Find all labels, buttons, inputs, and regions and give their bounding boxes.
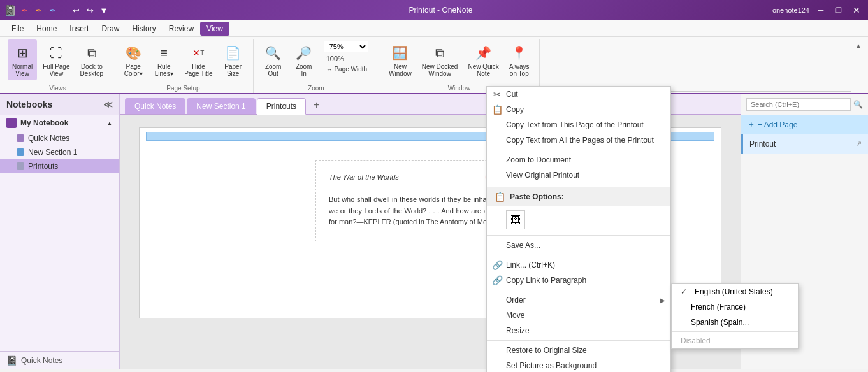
tab-printouts[interactable]: Printouts bbox=[257, 98, 306, 115]
more-tools-icon[interactable]: ▼ bbox=[99, 5, 109, 15]
lang-french[interactable]: French (France) bbox=[672, 299, 798, 315]
ribbon-btn-page-color[interactable]: 🎨 PageColor▾ bbox=[119, 39, 148, 80]
search-input[interactable] bbox=[746, 98, 851, 111]
ribbon-btn-zoom-in[interactable]: 🔎 ZoomIn bbox=[289, 39, 319, 80]
pen-blue-icon[interactable]: ✒ bbox=[47, 5, 57, 15]
cm-link[interactable]: 🔗 Link... (Ctrl+K) bbox=[487, 257, 670, 273]
user-name: onenote124 bbox=[772, 6, 809, 14]
ribbon-group-page-setup: 🎨 PageColor▾ ≡ RuleLines▾ ✕T HidePage Ti… bbox=[113, 39, 253, 93]
section-dot-quick-notes bbox=[17, 134, 24, 142]
ribbon-btn-hide-page-title[interactable]: ✕T HidePage Title bbox=[180, 39, 217, 80]
ribbon-group-views: ⊞ NormalView ⛶ Full PageView ⧉ Dock toDe… bbox=[3, 39, 113, 93]
lang-spanish[interactable]: Spanish (Spain... bbox=[672, 315, 798, 330]
page-list-item-printout[interactable]: ↗ Printout bbox=[741, 134, 868, 154]
menu-draw[interactable]: Draw bbox=[95, 22, 126, 36]
cm-link-label: Link... (Ctrl+K) bbox=[506, 261, 555, 269]
cm-sep-4 bbox=[487, 255, 670, 255]
minimize-button[interactable]: ─ bbox=[814, 4, 827, 17]
tab-add-button[interactable]: + bbox=[307, 96, 326, 114]
notebook-my-notebook[interactable]: My Notebook ▲ bbox=[0, 115, 119, 131]
ribbon-btn-full-page[interactable]: ⛶ Full PageView bbox=[38, 39, 74, 80]
ribbon-btn-normal-view-label: NormalView bbox=[12, 63, 33, 77]
sidebar-expand-icon[interactable]: ≪ bbox=[103, 99, 113, 110]
ribbon: ⊞ NormalView ⛶ Full PageView ⧉ Dock toDe… bbox=[0, 37, 868, 94]
zoom-100-label[interactable]: 100% bbox=[324, 54, 370, 63]
cm-copy[interactable]: 📋 Copy bbox=[487, 102, 670, 117]
cm-resize[interactable]: Resize bbox=[487, 323, 670, 338]
ribbon-btn-zoom-out[interactable]: 🔍 ZoomOut bbox=[259, 39, 288, 80]
page-expand-icon[interactable]: ↗ bbox=[856, 140, 862, 148]
lang-disabled[interactable]: Disabled bbox=[672, 333, 798, 348]
ribbon-btn-dock-desktop[interactable]: ⧉ Dock toDesktop bbox=[75, 39, 108, 80]
lang-spanish-label: Spanish (Spain... bbox=[691, 318, 749, 327]
ribbon-btn-new-quick-note[interactable]: 📌 New QuickNote bbox=[463, 39, 503, 80]
ribbon-btn-new-window[interactable]: 🪟 NewWindow bbox=[384, 39, 416, 80]
ribbon-btn-new-docked-label: New DockedWindow bbox=[422, 63, 458, 77]
undo-icon[interactable]: ↩ bbox=[71, 5, 81, 15]
ribbon-btn-always-on-top[interactable]: 📍 Alwayson Top bbox=[505, 39, 534, 80]
ribbon-group-zoom: 🔍 ZoomOut 🔎 ZoomIn 75% 100% 150% 100% ↔ … bbox=[254, 39, 379, 93]
zoom-select[interactable]: 75% 100% 150% bbox=[324, 41, 368, 52]
language-submenu: English (United States) French (France) … bbox=[671, 283, 799, 349]
menu-file[interactable]: File bbox=[5, 22, 30, 36]
cm-copy-link[interactable]: 🔗 Copy Link to Paragraph bbox=[487, 273, 670, 288]
cm-copy-text-page[interactable]: Copy Text from This Page of the Printout bbox=[487, 117, 670, 132]
cm-order[interactable]: Order bbox=[487, 292, 670, 308]
restore-button[interactable]: ❐ bbox=[832, 4, 845, 17]
section-printouts[interactable]: Printouts bbox=[0, 159, 119, 173]
title-bar-right: onenote124 ─ ❐ ✕ bbox=[772, 4, 863, 17]
cm-copy-text-all[interactable]: Copy Text from All the Pages of the Prin… bbox=[487, 132, 670, 148]
redo-icon[interactable]: ↪ bbox=[85, 5, 95, 15]
section-quick-notes[interactable]: Quick Notes bbox=[0, 131, 119, 145]
lang-english[interactable]: English (United States) bbox=[672, 284, 798, 299]
add-page-button[interactable]: ＋ + Add Page bbox=[741, 115, 868, 134]
pen-red-icon[interactable]: ✒ bbox=[19, 5, 29, 15]
new-quick-note-icon: 📌 bbox=[474, 43, 494, 63]
ribbon-btn-new-docked[interactable]: ⧉ New DockedWindow bbox=[417, 39, 463, 80]
section-printouts-label: Printouts bbox=[28, 162, 58, 171]
cm-move[interactable]: Move bbox=[487, 308, 670, 323]
cm-set-bg[interactable]: Set Picture as Background bbox=[487, 358, 670, 372]
cm-zoom-doc[interactable]: Zoom to Document bbox=[487, 152, 670, 168]
paste-icon-image[interactable]: 🖼 bbox=[506, 210, 525, 229]
cm-view-original[interactable]: View Original Printout bbox=[487, 168, 670, 183]
cm-zoom-doc-label: Zoom to Document bbox=[506, 155, 571, 164]
notebook-collapse-icon[interactable]: ▲ bbox=[106, 120, 113, 127]
tab-new-section-1[interactable]: New Section 1 bbox=[187, 98, 255, 114]
menu-view[interactable]: View bbox=[200, 22, 229, 36]
pen-orange-icon[interactable]: ✒ bbox=[33, 5, 43, 15]
footer-quick-notes-label: Quick Notes bbox=[21, 356, 62, 365]
ribbon-collapse-button[interactable]: ▲ bbox=[851, 39, 865, 52]
ribbon-btn-rule-lines[interactable]: ≡ RuleLines▾ bbox=[149, 39, 178, 80]
menu-history[interactable]: History bbox=[126, 22, 162, 36]
onenote-logo-icon: 📓 bbox=[5, 5, 15, 15]
lang-french-label: French (France) bbox=[691, 303, 746, 311]
ribbon-btn-zoom-in-label: ZoomIn bbox=[296, 63, 312, 77]
ribbon-btn-normal-view[interactable]: ⊞ NormalView bbox=[8, 39, 37, 80]
cm-save-as[interactable]: Save As... bbox=[487, 238, 670, 253]
cm-restore-size-label: Restore to Original Size bbox=[506, 346, 587, 355]
cm-copy-text-all-label: Copy Text from All the Pages of the Prin… bbox=[506, 136, 654, 145]
section-new-section-1[interactable]: New Section 1 bbox=[0, 145, 119, 159]
page-width-button[interactable]: ↔ Page Width bbox=[324, 65, 370, 73]
cm-save-as-label: Save As... bbox=[506, 241, 540, 250]
search-icon[interactable]: 🔍 bbox=[853, 100, 863, 109]
menu-review[interactable]: Review bbox=[163, 22, 200, 36]
menu-home[interactable]: Home bbox=[30, 22, 63, 36]
tab-quick-notes[interactable]: Quick Notes bbox=[125, 98, 185, 114]
zoom-in-icon: 🔎 bbox=[294, 43, 314, 63]
cm-restore-size[interactable]: Restore to Original Size bbox=[487, 343, 670, 358]
close-button[interactable]: ✕ bbox=[850, 4, 863, 17]
ribbon-btn-paper-size[interactable]: 📄 PaperSize bbox=[219, 39, 248, 80]
printout-book-title: The War of the Worlds bbox=[329, 173, 399, 184]
sidebar: Notebooks ≪ My Notebook ▲ Quick Notes Ne… bbox=[0, 94, 120, 369]
cm-cut[interactable]: ✂ Cut bbox=[487, 87, 670, 102]
zoom-controls: 75% 100% 150% 100% ↔ Page Width bbox=[320, 39, 373, 75]
cm-set-bg-label: Set Picture as Background bbox=[506, 361, 597, 370]
sidebar-footer[interactable]: 📓 Quick Notes bbox=[0, 351, 119, 369]
menu-insert[interactable]: Insert bbox=[63, 22, 95, 36]
window-title: Printout - OneNote bbox=[109, 6, 772, 15]
ribbon-spacer bbox=[540, 39, 851, 92]
ribbon-btn-zoom-out-label: ZoomOut bbox=[265, 63, 282, 77]
paste-options-icon: 📋 bbox=[493, 190, 506, 203]
